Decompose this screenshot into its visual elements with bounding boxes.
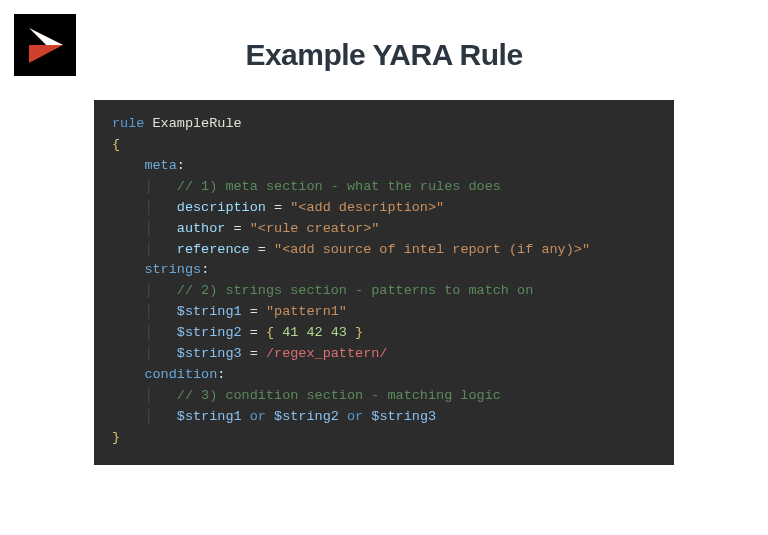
equals: = [242, 325, 266, 340]
section-strings: strings [144, 262, 201, 277]
code-line-condition-comment: │ // 3) condition section - matching log… [112, 386, 656, 407]
meta-description-val: "<add description>" [290, 200, 444, 215]
code-line-meta-comment: │ // 1) meta section - what the rules do… [112, 177, 656, 198]
meta-comment: // 1) meta section - what the rules does [177, 179, 501, 194]
string1-val: "pattern1" [266, 304, 347, 319]
close-brace: } [112, 430, 120, 445]
section-meta: meta [144, 158, 176, 173]
equals: = [266, 200, 290, 215]
cond-var1: $string1 [177, 409, 242, 424]
code-line-strings: strings: [112, 260, 656, 281]
code-line-close-brace: } [112, 428, 656, 449]
code-line-string1: │ $string1 = "pattern1" [112, 302, 656, 323]
colon: : [201, 262, 209, 277]
colon: : [177, 158, 185, 173]
hex-open: { [266, 325, 274, 340]
cond-var3: $string3 [371, 409, 436, 424]
code-line-open-brace: { [112, 135, 656, 156]
page-title: Example YARA Rule [0, 0, 768, 72]
string3-regex: /regex_pattern/ [266, 346, 388, 361]
code-line-rule: rule ExampleRule [112, 114, 656, 135]
code-line-strings-comment: │ // 2) strings section - patterns to ma… [112, 281, 656, 302]
open-brace: { [112, 137, 120, 152]
code-block: rule ExampleRule { meta: │ // 1) meta se… [94, 100, 674, 465]
string3-var: $string3 [177, 346, 242, 361]
colon: : [217, 367, 225, 382]
code-line-author: │ author = "<rule creator>" [112, 219, 656, 240]
meta-reference-key: reference [177, 242, 250, 257]
strings-comment: // 2) strings section - patterns to matc… [177, 283, 533, 298]
hex-close: } [355, 325, 363, 340]
code-line-string3: │ $string3 = /regex_pattern/ [112, 344, 656, 365]
keyword-rule: rule [112, 116, 144, 131]
equals: = [242, 346, 266, 361]
meta-reference-val: "<add source of intel report (if any)>" [274, 242, 590, 257]
cond-var2: $string2 [274, 409, 339, 424]
string1-var: $string1 [177, 304, 242, 319]
section-condition: condition [144, 367, 217, 382]
logo-box [14, 14, 76, 76]
equals: = [242, 304, 266, 319]
code-line-string2: │ $string2 = { 41 42 43 } [112, 323, 656, 344]
meta-author-val: "<rule creator>" [250, 221, 380, 236]
code-line-reference: │ reference = "<add source of intel repo… [112, 240, 656, 261]
meta-description-key: description [177, 200, 266, 215]
hex-bytes: 41 42 43 [274, 325, 355, 340]
rule-name: ExampleRule [153, 116, 242, 131]
code-line-meta: meta: [112, 156, 656, 177]
equals: = [225, 221, 249, 236]
code-line-condition-expr: │ $string1 or $string2 or $string3 [112, 407, 656, 428]
play-triangle-logo [22, 22, 68, 68]
cond-or2: or [347, 409, 363, 424]
meta-author-key: author [177, 221, 226, 236]
code-line-description: │ description = "<add description>" [112, 198, 656, 219]
code-line-condition: condition: [112, 365, 656, 386]
equals: = [250, 242, 274, 257]
cond-or1: or [250, 409, 266, 424]
string2-var: $string2 [177, 325, 242, 340]
condition-comment: // 3) condition section - matching logic [177, 388, 501, 403]
